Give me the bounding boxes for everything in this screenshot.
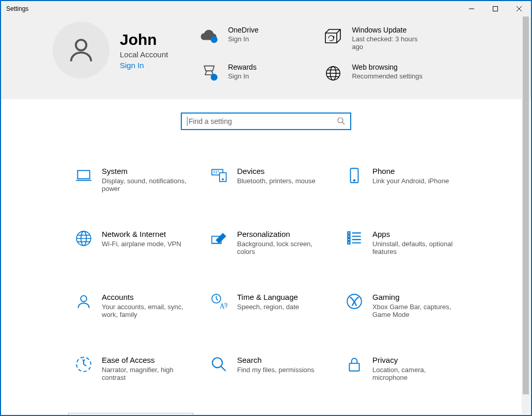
search-icon <box>337 117 345 126</box>
close-icon <box>517 6 522 11</box>
svg-rect-17 <box>348 235 350 237</box>
category-title: Network & Internet <box>102 230 181 238</box>
category-title: Time & Language <box>237 293 299 301</box>
paint-icon <box>210 230 228 247</box>
category-system[interactable]: System Display, sound, notifications, po… <box>68 161 193 198</box>
category-title: Accounts <box>102 293 186 301</box>
user-name: John <box>120 31 168 48</box>
text-cursor <box>187 117 187 126</box>
minimize-button[interactable] <box>460 1 483 17</box>
category-title: Devices <box>237 167 316 175</box>
category-gaming[interactable]: Gaming Xbox Game Bar, captures, Game Mod… <box>339 287 464 324</box>
svg-point-12 <box>354 180 355 181</box>
maximize-icon <box>493 6 498 11</box>
avatar <box>53 22 109 78</box>
rewards-icon <box>199 63 220 84</box>
phone-icon <box>346 167 363 184</box>
category-accounts[interactable]: Accounts Your accounts, email, sync, wor… <box>68 287 193 324</box>
close-button[interactable] <box>507 1 531 17</box>
onedrive-sub: Sign In <box>228 35 258 43</box>
svg-rect-26 <box>349 363 359 371</box>
web-browsing-sub: Recommended settings <box>352 72 423 80</box>
svg-rect-19 <box>348 242 350 244</box>
svg-point-6 <box>338 118 343 123</box>
category-devices[interactable]: Devices Bluetooth, printers, mouse <box>204 161 328 198</box>
svg-point-1 <box>76 40 86 50</box>
category-sub: Xbox Game Bar, captures, Game Mode <box>372 303 457 318</box>
category-sub: Display, sound, notifications, power <box>102 177 186 193</box>
onedrive-tile[interactable]: OneDrive Sign In <box>199 26 302 51</box>
window-title: Settings <box>6 5 28 12</box>
ease-icon <box>75 356 92 373</box>
lock-icon <box>346 356 363 373</box>
header-panel: John Local Account Sign In OneDrive Sign… <box>1 17 531 99</box>
category-phone[interactable]: Phone Link your Android, iPhone <box>339 161 464 198</box>
svg-point-25 <box>212 358 222 367</box>
category-sub: Bluetooth, printers, mouse <box>237 177 316 185</box>
clock-language-icon: A字 <box>210 293 228 310</box>
category-personalization[interactable]: Personalization Background, lock screen,… <box>204 224 328 261</box>
category-title: Ease of Access <box>102 356 186 364</box>
category-time-language[interactable]: A字 Time & Language Speech, region, date <box>204 287 328 324</box>
svg-rect-16 <box>348 232 350 234</box>
category-privacy[interactable]: Privacy Location, camera, microphone <box>339 350 464 387</box>
category-network[interactable]: Network & Internet Wi-Fi, airplane mode,… <box>68 224 193 261</box>
category-title: Apps <box>372 230 457 238</box>
onedrive-title: OneDrive <box>228 26 258 34</box>
sign-in-link[interactable]: Sign In <box>120 61 168 70</box>
category-title: System <box>102 167 186 175</box>
main-content: System Display, sound, notifications, po… <box>1 99 531 416</box>
search-input[interactable] <box>189 117 337 125</box>
svg-point-10 <box>222 179 223 180</box>
category-sub: Background, lock screen, colors <box>237 240 322 255</box>
account-type: Local Account <box>120 50 168 59</box>
svg-text:字: 字 <box>224 302 228 308</box>
category-update-security[interactable]: Update & Security Windows Update, recove… <box>68 413 193 416</box>
category-title: Search <box>237 356 315 364</box>
category-sub: Link your Android, iPhone <box>372 177 449 185</box>
category-sub: Find my files, permissions <box>237 366 315 374</box>
windows-update-tile[interactable]: Windows Update Last checked: 3 hours ago <box>323 26 426 51</box>
windows-update-sub: Last checked: 3 hours ago <box>352 35 426 51</box>
title-bar: Settings <box>1 1 531 17</box>
category-title: Privacy <box>372 356 457 364</box>
category-ease-of-access[interactable]: Ease of Access Narrator, magnifier, high… <box>68 350 193 387</box>
devices-icon <box>210 167 228 184</box>
svg-point-2 <box>211 36 217 43</box>
svg-rect-0 <box>493 7 498 11</box>
svg-point-3 <box>211 74 217 81</box>
category-sub: Wi-Fi, airplane mode, VPN <box>102 240 181 248</box>
category-search[interactable]: Search Find my files, permissions <box>204 350 328 387</box>
rewards-sub: Sign In <box>228 72 256 80</box>
category-sub: Your accounts, email, sync, work, family <box>102 303 186 318</box>
category-sub: Speech, region, date <box>237 303 299 311</box>
category-title: Personalization <box>237 230 322 238</box>
search-box[interactable] <box>181 113 351 130</box>
apps-icon <box>346 230 363 247</box>
svg-rect-7 <box>77 170 89 179</box>
user-section[interactable]: John Local Account Sign In <box>53 22 168 78</box>
web-browsing-title: Web browsing <box>352 63 423 71</box>
web-browsing-tile[interactable]: Web browsing Recommended settings <box>323 63 426 84</box>
xbox-icon <box>346 293 363 310</box>
category-title: Phone <box>372 167 449 175</box>
scrollbar[interactable] <box>522 17 530 414</box>
person-icon <box>75 293 92 310</box>
globe-icon <box>75 230 92 247</box>
scrollbar-thumb[interactable] <box>523 17 529 394</box>
svg-rect-18 <box>348 238 350 241</box>
svg-point-20 <box>81 296 87 302</box>
category-sub: Uninstall, defaults, optional features <box>372 240 457 255</box>
rewards-title: Rewards <box>228 63 256 71</box>
category-sub: Location, camera, microphone <box>372 366 457 381</box>
windows-update-title: Windows Update <box>352 26 426 34</box>
update-icon <box>323 26 343 46</box>
category-sub: Narrator, magnifier, high contrast <box>102 366 186 381</box>
search-icon <box>210 356 228 373</box>
minimize-icon <box>469 6 474 11</box>
maximize-button[interactable] <box>483 1 507 17</box>
globe-icon <box>323 63 343 84</box>
category-apps[interactable]: Apps Uninstall, defaults, optional featu… <box>339 224 464 261</box>
rewards-tile[interactable]: Rewards Sign In <box>199 63 302 84</box>
user-icon <box>66 35 96 65</box>
